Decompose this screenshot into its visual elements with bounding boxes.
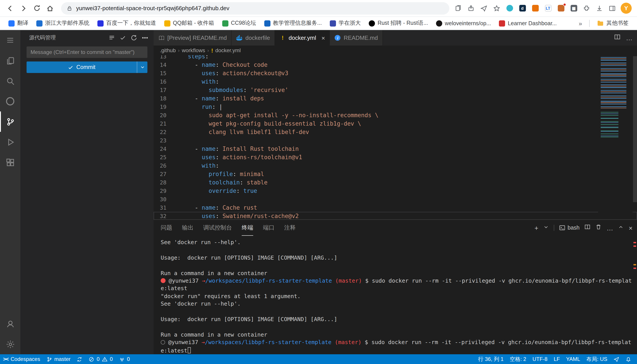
bookmark-item[interactable]: Learner Dashboar... [496,19,560,28]
code-line[interactable]: 24 - name: Install Rust toolchain [154,145,637,153]
activity-github[interactable] [0,91,20,112]
code-line[interactable]: 27 profile: minimal [154,170,637,178]
sidebar-panel-icon[interactable] [608,4,617,12]
bookmark-item[interactable]: weloveinterns/op... [433,19,494,28]
address-bar[interactable]: yunwei37-potential-space-trout-rpr5qwj66… [61,2,449,14]
editor-scrollbar[interactable] [633,56,637,202]
bookmark-item[interactable]: Rust 招聘 - Rust语... [366,18,431,28]
code-line[interactable]: 26 with: [154,162,637,170]
eol-indicator[interactable]: LF [551,354,563,364]
code-line[interactable]: 23 [154,136,637,145]
code-line[interactable]: 14 - name: Checkout code [154,60,637,69]
line-number[interactable]: 17 [154,86,174,94]
bookmark-item[interactable]: CC98论坛 [219,18,259,28]
line-number[interactable]: 32 [154,212,174,219]
bookmark-item[interactable]: 百度一下，你就知道 [94,18,159,28]
remote-indicator[interactable]: >< Codespaces [0,354,43,364]
branch-indicator[interactable]: master [43,354,74,364]
code-line[interactable]: 21 wget pkg-config build-essential zlib1… [154,120,637,128]
home-button[interactable] [43,2,57,15]
indentation-indicator[interactable]: 空格: 2 [507,354,529,364]
line-number[interactable]: 22 [154,128,174,136]
code-line[interactable]: 29 override: true [154,187,637,195]
minimap[interactable] [598,55,632,219]
panel-tab-终端[interactable]: 终端 [242,220,253,236]
line-number[interactable]: 29 [154,187,174,195]
refresh-icon[interactable] [131,34,137,41]
ext-docs-icon[interactable] [531,4,540,12]
activity-menu[interactable] [0,30,20,50]
bookmark-item[interactable]: QQ邮箱 - 收件箱 [161,18,217,28]
editor-more-actions-icon[interactable]: … [626,34,632,42]
line-number[interactable]: 30 [154,195,174,204]
tab--preview-readme-md[interactable]: [Preview] README.md [154,30,232,46]
breadcrumb-item-file[interactable]: docker.yml [215,47,241,54]
terminal[interactable]: See 'docker run --help'. Usage: docker r… [154,236,637,354]
activity-search[interactable] [0,71,20,91]
panel-more-actions-icon[interactable]: … [606,224,613,231]
tab-dockerfile[interactable]: dockerfile [232,30,275,46]
profile-avatar[interactable]: Y [621,3,632,14]
code-line[interactable]: 18 - name: install deps [154,94,637,102]
problems-indicator[interactable]: 0 0 [86,354,116,364]
extensions-puzzle-icon[interactable] [582,4,591,12]
bookmark-item[interactable]: 翻译 [5,18,32,28]
ext-teal-icon[interactable] [505,4,514,12]
refresh-button[interactable] [30,2,43,15]
tab-readme-md[interactable]: iREADME.md [330,30,383,46]
collections-icon[interactable] [454,4,463,12]
bookmarks-overflow-chevron[interactable]: » [576,20,585,27]
line-number[interactable]: 14 [154,60,174,69]
commit-button[interactable]: Commit [27,62,147,73]
line-number[interactable]: 16 [154,78,174,86]
more-actions-icon[interactable] [142,34,148,41]
keyboard-layout[interactable]: 布局: US [583,354,610,364]
back-button[interactable] [4,2,17,15]
bookmark-item[interactable]: 浙江大学邮件系统 [33,18,93,28]
line-number[interactable]: 23 [154,136,174,145]
line-number[interactable]: 24 [154,145,174,153]
line-number[interactable]: 27 [154,170,174,178]
new-terminal-icon[interactable]: + [534,224,538,231]
terminal-instance-bash[interactable]: bash [559,225,579,231]
ports-indicator[interactable]: 0 [116,354,133,364]
close-icon[interactable]: × [322,34,325,41]
maximize-panel-icon[interactable] [618,224,624,232]
code-line[interactable]: 17 submodules: 'recursive' [154,86,637,94]
cursor-position[interactable]: 行 36, 列 1 [475,354,507,364]
breadcrumb-item-folder[interactable]: workflows [182,47,205,54]
notifications-button[interactable] [622,354,634,364]
language-mode[interactable]: YAML [563,354,583,364]
code-line[interactable]: 19 run: | [154,102,637,111]
code-line[interactable]: 16 with: [154,78,637,86]
line-number[interactable]: 25 [154,153,174,162]
sync-button[interactable] [74,354,86,364]
favorite-star-icon[interactable] [492,4,501,12]
close-panel-icon[interactable]: × [628,224,632,231]
kill-terminal-icon[interactable] [595,224,601,232]
commit-check-icon[interactable] [120,34,126,41]
line-number[interactable]: 15 [154,69,174,78]
activity-explorer[interactable] [0,50,20,71]
line-number[interactable]: 20 [154,111,174,120]
split-editor-icon[interactable] [614,34,621,42]
code-line[interactable]: 31 - name: Cache rust [154,204,637,212]
code-line[interactable]: 22 clang llvm libelf1 libelf-dev [154,128,637,136]
line-number[interactable]: 26 [154,162,174,170]
line-number[interactable]: 21 [154,120,174,128]
activity-account[interactable] [0,314,20,334]
line-number[interactable]: 28 [154,178,174,187]
view-as-list-icon[interactable] [108,34,115,41]
share-icon[interactable] [467,4,475,12]
other-bookmarks-button[interactable]: 其他书签 [594,18,632,28]
code-line[interactable]: 28 toolchain: stable [154,178,637,187]
ext-translator-icon[interactable]: d [518,4,527,12]
activity-run-debug[interactable] [0,132,20,152]
panel-tab-调试控制台[interactable]: 调试控制台 [203,220,232,236]
code-line[interactable]: 13 steps: [154,55,637,60]
line-number[interactable]: 19 [154,102,174,111]
bookmark-item[interactable]: 教学管理信息服务... [261,18,325,28]
send-icon[interactable] [479,4,488,12]
commit-message-input[interactable] [27,46,147,58]
panel-tab-问题[interactable]: 问题 [161,220,172,236]
